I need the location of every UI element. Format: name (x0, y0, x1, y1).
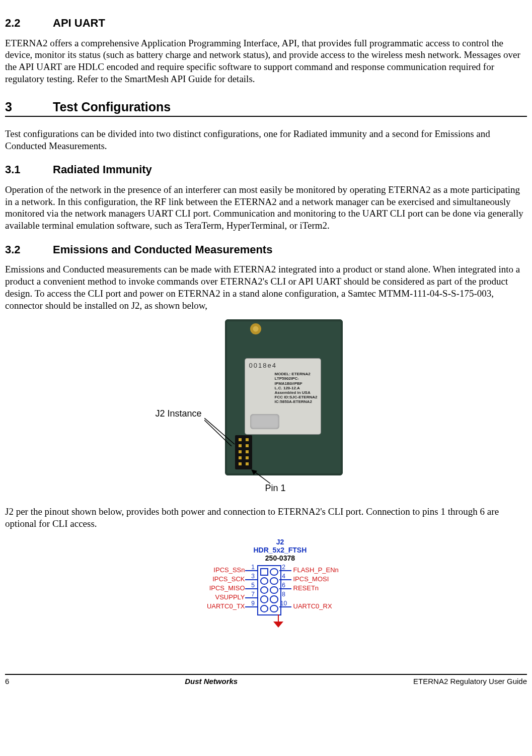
svg-line-2 (254, 471, 270, 484)
pin-1-icon (260, 568, 269, 576)
rf-shield: 0018e4 MODEL: ETERNA2 LTP5902IPC- IPMA1B… (245, 359, 321, 434)
ground-stem (278, 614, 279, 622)
pin-number: 1 (250, 564, 257, 571)
pin-number: 10 (280, 600, 287, 607)
pin-2-icon (270, 568, 278, 576)
heading-3-2: 3.2Emissions and Conducted Measurements (5, 243, 527, 257)
j2-header-icon (235, 435, 252, 469)
figure-board-photo: 0018e4 MODEL: ETERNA2 LTP5902IPC- IPMA1B… (5, 319, 527, 496)
connector-title: J2 HDR_5x2_FTSH 250-0378 (254, 538, 307, 562)
pin-number: 8 (280, 591, 287, 598)
pin-4-icon (270, 577, 278, 585)
pin-number: 4 (280, 573, 287, 580)
ufl-connector-icon (250, 323, 261, 334)
page-number: 6 (5, 677, 9, 686)
connector-ref: J2 (254, 538, 307, 546)
heading-text: API UART (53, 17, 105, 29)
heading-num: 3.1 (5, 163, 53, 177)
signal-label: RESETn (293, 584, 359, 592)
pin-9-icon (260, 605, 269, 612)
svg-marker-3 (251, 469, 257, 475)
pin-3-icon (260, 577, 269, 585)
signal-label: VSUPPLY (185, 593, 245, 601)
heading-3: 3Test Configurations (5, 99, 527, 117)
signal-label: IPCS_SSn (185, 566, 245, 574)
pin-number: 7 (250, 591, 257, 598)
pin-10-icon (270, 605, 278, 612)
paragraph: Emissions and Conducted measurements can… (5, 263, 527, 311)
pin-8-icon (270, 595, 278, 603)
heading-text: Radiated Immunity (53, 163, 152, 176)
heading-text: Emissions and Conducted Measurements (53, 243, 272, 256)
heading-num: 2.2 (5, 16, 53, 30)
heading-num: 3.2 (5, 243, 53, 257)
pin-number: 3 (250, 573, 257, 580)
footer-doc-title: ETERNA2 Regulatory User Guide (413, 677, 527, 686)
connector-pn: 250-0378 (254, 554, 307, 562)
pin-number: 9 (250, 600, 257, 607)
callout-j2-instance: J2 Instance (156, 408, 202, 420)
heading-2-2: 2.2API UART (5, 16, 527, 30)
mac-label: 0018e4 (249, 362, 277, 370)
svg-line-0 (204, 418, 235, 444)
pin-6-icon (270, 586, 278, 594)
pin-number: 5 (250, 582, 257, 589)
signal-label: UARTC0_RX (293, 602, 359, 610)
crystal-icon (250, 414, 279, 429)
paragraph: ETERNA2 offers a comprehensive Applicati… (5, 37, 527, 85)
callout-pin1: Pin 1 (265, 483, 286, 494)
heading-text: Test Configurations (53, 100, 171, 114)
signal-label: IPCS_SCK (185, 575, 245, 583)
paragraph: Operation of the network in the presence… (5, 184, 527, 232)
signal-label: UARTC0_TX (185, 602, 245, 610)
heading-3-1: 3.1Radiated Immunity (5, 163, 527, 177)
signal-label: IPCS_MOSI (293, 575, 359, 583)
page-footer: 6 Dust Networks ETERNA2 Regulatory User … (5, 674, 527, 686)
signal-label: IPCS_MISO (185, 584, 245, 592)
svg-line-1 (204, 420, 232, 446)
ground-symbol-icon (273, 622, 283, 628)
pin-number: 2 (280, 564, 287, 571)
heading-num: 3 (5, 99, 53, 115)
connector-part: HDR_5x2_FTSH (254, 546, 307, 554)
leader-line-icon (204, 418, 237, 446)
figure-pinout: J2 HDR_5x2_FTSH 250-0378 IPCS_SSn IPCS_S… (5, 538, 527, 634)
connector-outline (257, 565, 281, 615)
pcb-board: 0018e4 MODEL: ETERNA2 LTP5902IPC- IPMA1B… (225, 319, 343, 475)
footer-center: Dust Networks (185, 677, 238, 686)
module-label: MODEL: ETERNA2 LTP5902IPC- IPMA1B0#PBF L… (275, 372, 318, 404)
paragraph: J2 per the pinout shown below, provides … (5, 506, 527, 530)
pin-5-icon (260, 586, 269, 594)
pin-7-icon (260, 595, 269, 603)
signal-label: FLASH_P_ENn (293, 566, 359, 574)
paragraph: Test configurations can be divided into … (5, 128, 527, 152)
pin-number: 6 (280, 582, 287, 589)
